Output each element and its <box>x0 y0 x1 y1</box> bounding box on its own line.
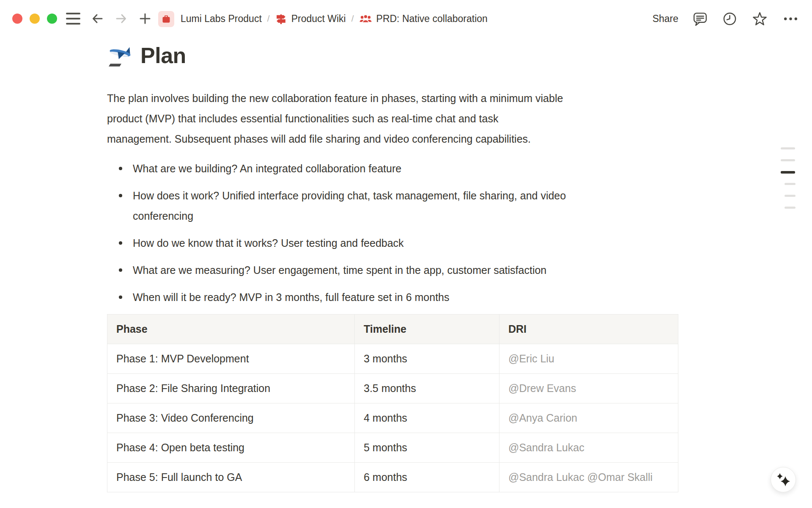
intro-paragraph[interactable]: The plan involves building the new colla… <box>107 88 719 149</box>
back-arrow-icon <box>91 12 104 25</box>
breadcrumb-separator: / <box>351 14 354 24</box>
window-titlebar: Lumi Labs Product / Product Wiki / PRD: … <box>0 0 812 37</box>
timeline-cell[interactable]: 6 months <box>355 463 499 492</box>
breadcrumb-item-workspace[interactable]: Lumi Labs Product <box>181 13 262 25</box>
breadcrumb-separator: / <box>267 14 270 24</box>
outline-line[interactable] <box>785 207 796 209</box>
dri-cell[interactable]: @Drew Evans <box>499 374 678 403</box>
minimize-window-button[interactable] <box>30 14 40 24</box>
more-options-button[interactable] <box>782 10 799 28</box>
phase-cell[interactable]: Phase 1: MVP Development <box>107 344 355 374</box>
dri-cell[interactable]: @Eric Liu <box>499 344 678 374</box>
forward-arrow-icon <box>115 12 128 25</box>
dri-cell[interactable]: @Sandra Lukac @Omar Skalli <box>499 463 678 492</box>
close-window-button[interactable] <box>12 14 22 24</box>
airplane-departure-icon[interactable] <box>107 42 133 69</box>
outline-line[interactable] <box>781 159 795 161</box>
table-row: Phase 2: File Sharing Integration 3.5 mo… <box>107 374 678 403</box>
workspace-icon[interactable] <box>158 11 174 27</box>
outline-line-active[interactable] <box>781 171 795 174</box>
table-row: Phase 3: Video Conferencing 4 months @An… <box>107 403 678 433</box>
table-row: Phase 5: Full launch to GA 6 months @San… <box>107 463 678 492</box>
sidebar-toggle-button[interactable] <box>66 12 80 25</box>
breadcrumb: Lumi Labs Product / Product Wiki / PRD: … <box>181 0 488 37</box>
sparkles-icon <box>776 472 791 487</box>
page-title-row: Plan <box>107 41 719 70</box>
titlebar-actions: Share <box>653 0 799 37</box>
bullet-item[interactable]: How does it work? Unified interface prov… <box>107 185 719 226</box>
outline-line[interactable] <box>785 195 796 197</box>
phase-cell[interactable]: Phase 4: Open beta testing <box>107 433 355 463</box>
clock-icon <box>722 11 738 27</box>
window-controls <box>12 14 57 24</box>
bullet-item[interactable]: What are we building? An integrated coll… <box>107 158 719 179</box>
signpost-icon <box>275 13 287 25</box>
outline-indicator <box>781 147 796 218</box>
bullet-item[interactable]: What are we measuring? User engagement, … <box>107 260 719 280</box>
table-row: Phase 1: MVP Development 3 months @Eric … <box>107 344 678 374</box>
breadcrumb-item-page[interactable]: PRD: Native collaboration <box>376 13 488 25</box>
bullet-list: What are we building? An integrated coll… <box>107 158 719 307</box>
phase-cell[interactable]: Phase 5: Full launch to GA <box>107 463 355 492</box>
favorite-button[interactable] <box>752 11 768 27</box>
comment-bubble-icon <box>692 11 708 27</box>
breadcrumb-item-wiki[interactable]: Product Wiki <box>291 13 346 25</box>
timeline-cell[interactable]: 4 months <box>355 403 499 433</box>
timeline-cell[interactable]: 3 months <box>355 344 499 374</box>
ai-assistant-button[interactable] <box>771 467 796 492</box>
page-title[interactable]: Plan <box>140 43 186 68</box>
briefcase-icon <box>162 14 171 24</box>
dri-cell[interactable]: @Anya Carion <box>499 403 678 433</box>
people-icon <box>359 13 372 25</box>
page-content: Plan The plan involves building the new … <box>107 41 719 492</box>
bullet-item[interactable]: How do we know that it works? User testi… <box>107 233 719 253</box>
timeline-cell[interactable]: 5 months <box>355 433 499 463</box>
share-button[interactable]: Share <box>653 13 678 25</box>
comments-button[interactable] <box>692 11 708 27</box>
outline-line[interactable] <box>785 183 796 185</box>
dri-cell[interactable]: @Sandra Lukac <box>499 433 678 463</box>
back-button[interactable] <box>91 12 104 25</box>
column-header-dri[interactable]: DRI <box>499 315 678 344</box>
zoom-window-button[interactable] <box>47 14 57 24</box>
star-icon <box>752 11 768 27</box>
table-row: Phase 4: Open beta testing 5 months @San… <box>107 433 678 463</box>
ellipsis-icon <box>782 10 799 28</box>
bullet-item[interactable]: When will it be ready? MVP in 3 months, … <box>107 287 719 307</box>
column-header-phase[interactable]: Phase <box>107 315 355 344</box>
outline-line[interactable] <box>781 147 795 149</box>
forward-button[interactable] <box>115 12 128 25</box>
phase-cell[interactable]: Phase 2: File Sharing Integration <box>107 374 355 403</box>
table-header-row: Phase Timeline DRI <box>107 315 678 344</box>
phase-cell[interactable]: Phase 3: Video Conferencing <box>107 403 355 433</box>
phases-table: Phase Timeline DRI Phase 1: MVP Developm… <box>107 314 678 492</box>
updates-button[interactable] <box>722 11 738 27</box>
new-page-button[interactable] <box>138 12 152 25</box>
column-header-timeline[interactable]: Timeline <box>355 315 499 344</box>
timeline-cell[interactable]: 3.5 months <box>355 374 499 403</box>
plus-icon <box>138 12 152 25</box>
